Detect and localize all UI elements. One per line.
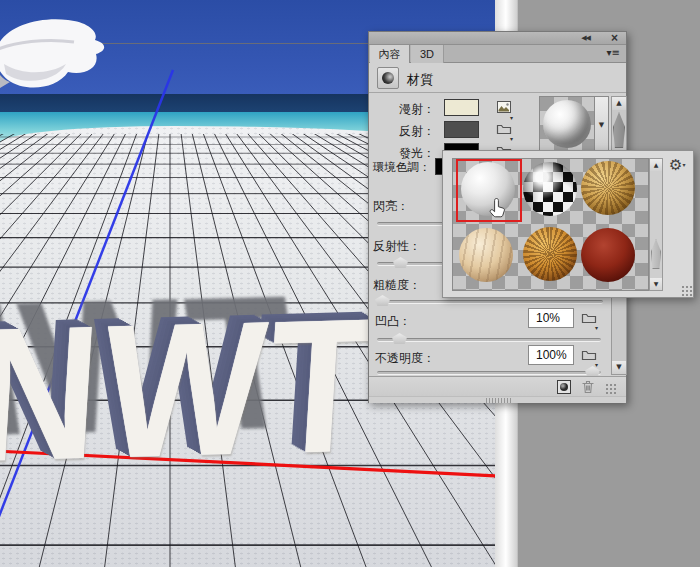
panel-titlebar[interactable]: ◀◀ ×: [369, 32, 626, 45]
opacity-slider[interactable]: [377, 371, 601, 375]
bump-menu-arrow-icon[interactable]: ▾: [595, 324, 598, 331]
opacity-label: 不透明度：: [375, 350, 435, 367]
bump-label: 凹凸：: [375, 313, 411, 330]
panel-tabbar: 內容 3D ▾≡: [369, 45, 626, 63]
popup-resize-grip[interactable]: [681, 285, 692, 296]
panel-menu-icon[interactable]: ▾≡: [607, 47, 620, 58]
panel-corner-grip[interactable]: [605, 383, 618, 394]
specular-menu-arrow-icon[interactable]: ▾: [510, 135, 513, 142]
material-swatch-checkerboard[interactable]: [523, 162, 577, 216]
diffuse-label: 漫射：: [373, 101, 435, 118]
gear-icon: ⚙: [669, 156, 682, 174]
opacity-value-input[interactable]: [528, 345, 574, 365]
picker-settings[interactable]: ⚙▾: [669, 156, 685, 174]
material-swatch-cream-marble[interactable]: [459, 228, 513, 282]
scroll-up-icon[interactable]: ▲: [612, 97, 626, 110]
panel-bottom-bar: [369, 376, 626, 396]
panel-resize-strip[interactable]: [369, 396, 626, 403]
bump-slider-thumb[interactable]: [392, 333, 407, 344]
bump-folder-icon[interactable]: [581, 311, 597, 324]
roughness-label: 粗糙度：: [373, 277, 421, 294]
picker-scrollbar-thumb[interactable]: [651, 239, 661, 269]
hand-cursor: [489, 197, 509, 219]
specular-color-swatch[interactable]: [444, 121, 479, 138]
ambient-label: 環境色調：: [373, 160, 431, 175]
collapse-panel-icon[interactable]: ◀◀: [581, 34, 590, 42]
diffuse-menu-arrow-icon[interactable]: ▾: [510, 114, 513, 121]
material-preview-dropdown[interactable]: ▼: [595, 96, 609, 152]
diffuse-texture-icon[interactable]: [496, 100, 512, 114]
panel-header: 材質: [369, 63, 626, 93]
opacity-menu-arrow-icon[interactable]: ▾: [595, 361, 598, 368]
tab-properties[interactable]: 內容: [370, 45, 410, 63]
shine-label: 閃亮：: [373, 198, 409, 215]
material-picker-popup: ▲ ▼ ⚙▾: [442, 150, 694, 298]
picker-scroll-down-icon[interactable]: ▼: [650, 278, 662, 290]
material-swatch-maroon-smooth[interactable]: [581, 228, 635, 282]
roughness-slider[interactable]: [377, 300, 603, 304]
bump-value-input[interactable]: [528, 308, 574, 328]
diffuse-color-swatch[interactable]: [444, 99, 479, 116]
resize-grip-dashes: [486, 398, 512, 403]
render-toggle-dot: [560, 383, 568, 391]
reflection-slider-thumb[interactable]: [393, 257, 408, 268]
specular-folder-icon[interactable]: [496, 122, 512, 135]
material-swatch-amber-rough[interactable]: [523, 227, 577, 281]
scroll-down-icon[interactable]: ▼: [612, 361, 626, 374]
close-panel-icon[interactable]: ×: [611, 31, 618, 45]
gear-menu-arrow-icon: ▾: [682, 161, 685, 168]
tab-3d[interactable]: 3D: [411, 45, 444, 63]
material-swatch-gold-relief[interactable]: [581, 161, 635, 215]
bump-slider[interactable]: [377, 338, 601, 342]
panel-title: 材質: [407, 71, 433, 89]
render-toggle-icon[interactable]: [557, 380, 571, 394]
picker-scroll-up-icon[interactable]: ▲: [650, 159, 662, 171]
specular-label: 反射：: [373, 123, 435, 140]
material-preview: [539, 96, 595, 152]
scrollbar-thumb[interactable]: [613, 112, 625, 148]
delete-trash-icon[interactable]: [580, 379, 596, 395]
material-icon-button[interactable]: [377, 67, 399, 89]
material-preview-ball: [543, 100, 591, 148]
picker-scrollbar[interactable]: ▲ ▼: [649, 158, 663, 291]
opacity-folder-icon[interactable]: [581, 348, 597, 361]
roughness-slider-thumb[interactable]: [375, 295, 390, 306]
reflection-label: 反射性：: [373, 238, 421, 255]
material-sphere-icon: [382, 72, 394, 84]
text-3d[interactable]: NWT: [0, 289, 384, 490]
material-swatch-well: [452, 158, 649, 291]
